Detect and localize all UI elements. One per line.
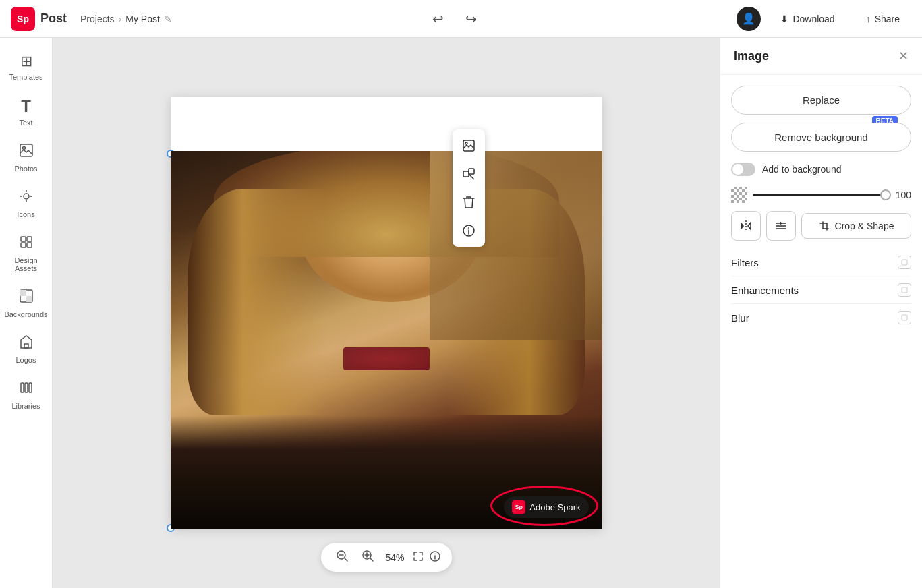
- svg-rect-7: [21, 237, 26, 241]
- svg-rect-20: [463, 171, 469, 177]
- float-info-button[interactable]: [455, 217, 482, 244]
- projects-link[interactable]: Projects: [80, 13, 115, 24]
- panel-sections: Filters Enhancements: [731, 249, 911, 331]
- canvas-image[interactable]: Sp Adobe Spark: [171, 151, 602, 529]
- sidebar-item-icons[interactable]: Icons: [3, 182, 49, 225]
- text-icon: T: [21, 97, 31, 116]
- zoom-info-button[interactable]: [429, 550, 441, 565]
- zoom-out-button[interactable]: [332, 548, 352, 566]
- panel-close-button[interactable]: ✕: [898, 49, 909, 63]
- opacity-slider-thumb[interactable]: [880, 189, 891, 200]
- action-row: Crop & Shape: [731, 211, 911, 241]
- opacity-checker-icon: [731, 187, 747, 203]
- add-to-background-label: Add to background: [762, 164, 842, 175]
- sidebar-item-photos[interactable]: Photos: [3, 136, 49, 179]
- delete-icon: [463, 196, 475, 209]
- blur-expand-icon[interactable]: [898, 311, 911, 324]
- float-image-button[interactable]: [455, 132, 482, 159]
- add-to-background-row: Add to background: [731, 160, 911, 179]
- info-icon: [462, 224, 476, 237]
- zoom-in-icon: [362, 550, 374, 562]
- share-icon: ↑: [866, 13, 871, 24]
- watermark-badge: Sp Adobe Spark: [504, 496, 588, 518]
- float-resize-button[interactable]: [455, 160, 482, 187]
- filters-section[interactable]: Filters: [731, 249, 911, 276]
- breadcrumb-separator: ›: [119, 13, 122, 24]
- design-assets-icon: [19, 235, 34, 254]
- float-toolbar: [453, 129, 485, 247]
- zoom-in-button[interactable]: [357, 548, 378, 566]
- canvas-area[interactable]: Sp Adobe Spark: [53, 38, 720, 588]
- svg-rect-14: [24, 344, 28, 348]
- download-button[interactable]: ⬇ Download: [769, 7, 846, 30]
- zoom-out-icon: [336, 550, 348, 562]
- enhancements-section[interactable]: Enhancements: [731, 276, 911, 303]
- svg-rect-0: [20, 144, 32, 156]
- share-button[interactable]: ↑ Share: [855, 7, 911, 30]
- panel-header: Image ✕: [720, 38, 922, 75]
- svg-line-22: [469, 174, 474, 179]
- align-button[interactable]: [766, 211, 796, 241]
- right-panel: Image ✕ Replace BETA Remove background A…: [720, 38, 922, 588]
- svg-point-1: [22, 147, 25, 150]
- undo-button[interactable]: ↩: [427, 8, 449, 30]
- replace-button[interactable]: Replace: [731, 86, 911, 115]
- flip-button[interactable]: [731, 211, 761, 241]
- opacity-row: 100: [731, 187, 911, 203]
- sidebar-item-logos[interactable]: Logos: [3, 328, 49, 371]
- blur-section[interactable]: Blur: [731, 303, 911, 331]
- svg-point-19: [465, 142, 467, 144]
- download-icon: ⬇: [780, 13, 788, 24]
- backgrounds-icon: [19, 289, 34, 307]
- svg-rect-8: [27, 237, 32, 241]
- svg-rect-10: [27, 243, 32, 247]
- panel-title: Image: [734, 49, 769, 63]
- enhancements-expand-icon[interactable]: [898, 283, 911, 297]
- svg-rect-17: [29, 383, 32, 392]
- zoom-bar: 54%: [321, 543, 452, 572]
- icons-icon: [19, 189, 34, 208]
- svg-rect-15: [21, 383, 24, 392]
- svg-rect-13: [26, 296, 32, 302]
- info-circle-icon: [429, 550, 441, 562]
- canvas-wrapper[interactable]: Sp Adobe Spark: [171, 97, 602, 529]
- align-icon: [774, 219, 788, 233]
- crop-shape-button[interactable]: Crop & Shape: [801, 213, 911, 239]
- logo-icon: Sp: [11, 7, 35, 31]
- svg-rect-21: [469, 169, 474, 174]
- libraries-icon: [19, 380, 34, 399]
- sidebar-item-backgrounds[interactable]: Backgrounds: [3, 282, 49, 325]
- svg-rect-9: [21, 243, 26, 247]
- watermark-label: Adobe Spark: [529, 502, 580, 512]
- left-sidebar: ⊞ Templates T Text Photos: [0, 38, 53, 588]
- edit-page-icon[interactable]: ✎: [164, 13, 172, 24]
- svg-point-35: [434, 553, 436, 554]
- zoom-expand-button[interactable]: [413, 551, 424, 564]
- filters-expand-icon[interactable]: [898, 256, 911, 269]
- resize-icon: [462, 167, 476, 181]
- image-icon: [462, 139, 476, 152]
- sidebar-item-templates[interactable]: ⊞ Templates: [3, 46, 49, 88]
- svg-rect-16: [25, 383, 28, 392]
- svg-point-25: [468, 227, 469, 229]
- panel-body: Replace BETA Remove background Add to ba…: [720, 75, 922, 342]
- opacity-slider[interactable]: [753, 194, 886, 196]
- add-to-background-toggle[interactable]: [731, 163, 755, 176]
- svg-point-2: [24, 194, 29, 199]
- avatar[interactable]: 👤: [737, 7, 761, 31]
- opacity-value: 100: [891, 189, 911, 200]
- main-area: ⊞ Templates T Text Photos: [0, 38, 922, 588]
- svg-rect-42: [902, 315, 907, 320]
- remove-bg-button[interactable]: Remove background: [731, 123, 911, 152]
- topbar-center: ↩ ↪: [172, 8, 737, 30]
- sidebar-item-design-assets[interactable]: Design Assets: [3, 228, 49, 279]
- float-delete-button[interactable]: [455, 189, 482, 216]
- redo-button[interactable]: ↪: [460, 8, 482, 30]
- woman-figure: [171, 151, 602, 529]
- sidebar-item-libraries[interactable]: Libraries: [3, 374, 49, 417]
- svg-rect-12: [20, 290, 26, 296]
- photos-icon: [19, 143, 34, 162]
- watermark-sp-icon: Sp: [512, 500, 525, 514]
- svg-rect-41: [902, 287, 907, 293]
- sidebar-item-text[interactable]: T Text: [3, 90, 49, 134]
